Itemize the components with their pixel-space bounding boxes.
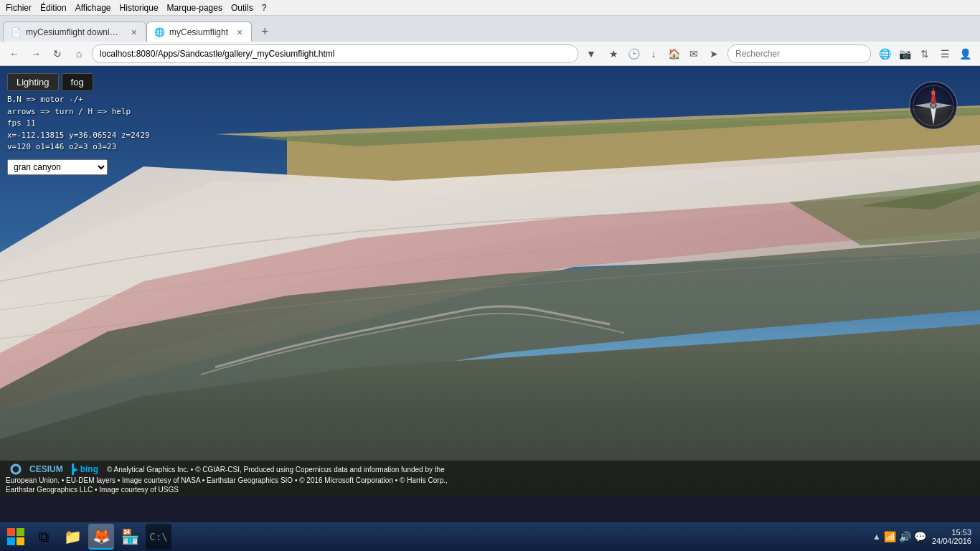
profile-icon[interactable]: 👤 — [956, 44, 974, 63]
taskbar-firefox[interactable]: 🦊 — [88, 524, 114, 550]
menu-outils[interactable]: Outils — [231, 3, 253, 13]
credits: CESIUM bing © Analytical Graphics Inc. •… — [0, 461, 980, 496]
credits-line-2: European Union. • EU-DEM layers • Image … — [6, 476, 974, 484]
credits-line-3: Earthstar Geographics LLC • Image courte… — [6, 486, 974, 494]
screenshot-icon[interactable]: 📷 — [895, 44, 914, 63]
svg-text:N: N — [931, 90, 936, 96]
menu-help[interactable]: ? — [262, 3, 267, 13]
home2-icon[interactable]: 🏠 — [664, 44, 683, 63]
tab-2[interactable]: 🌐 myCesiumflight × — [146, 22, 252, 42]
history-icon[interactable]: 🕑 — [624, 44, 643, 63]
download-icon[interactable]: ↓ — [644, 44, 663, 63]
start-button[interactable] — [3, 524, 29, 550]
tray-network[interactable]: 📶 — [884, 531, 896, 542]
credits-text-2: European Union. • EU-DEM layers • Image … — [6, 476, 448, 484]
control-buttons: Lighting fog — [7, 73, 150, 91]
info-line-3: x=-112.13815 y=36.06524 z=2429 — [7, 130, 150, 142]
tray-speaker[interactable]: 🔊 — [899, 531, 911, 542]
tab-1[interactable]: 📄 myCesiumflight download... × — [3, 22, 146, 42]
taskbar-taskview[interactable]: ⧉ — [31, 524, 57, 550]
info-line-4: v=120 o1=146 o2=3 o3=23 — [7, 141, 150, 154]
tray-notifications[interactable]: 💬 — [914, 531, 926, 542]
menu-historique[interactable]: Historique — [120, 3, 159, 13]
credits-line-1: CESIUM bing © Analytical Graphics Inc. •… — [6, 463, 974, 475]
clock-date: 24/04/2016 — [932, 537, 971, 545]
overlay-controls: Lighting fog B,N => motor -/+ arrows => … — [7, 73, 150, 175]
back-button[interactable]: ← — [6, 45, 23, 62]
taskbar-clock[interactable]: 15:53 24/04/2016 — [932, 528, 971, 545]
tab-2-favicon: 🌐 — [154, 27, 165, 37]
taskbar: ⧉ 📁 🦊 🏪 C:\ ▲ 📶 🔊 💬 15:53 24/04/2016 — [0, 522, 980, 551]
sync-icon[interactable]: ⇅ — [915, 44, 934, 63]
system-tray: ▲ 📶 🔊 💬 — [872, 531, 926, 542]
address-dropdown[interactable]: ▼ — [583, 45, 600, 62]
search-input[interactable] — [727, 44, 871, 63]
refresh-button[interactable]: ↻ — [49, 45, 66, 62]
address-input[interactable] — [92, 44, 578, 63]
taskbar-explorer[interactable]: 📁 — [60, 524, 85, 550]
translate-icon[interactable]: 🌐 — [875, 44, 894, 63]
windows-logo — [7, 528, 24, 545]
taskbar-right: ▲ 📶 🔊 💬 15:53 24/04/2016 — [872, 528, 977, 545]
info-text: B,N => motor -/+ arrows => turn / H => h… — [7, 94, 150, 154]
taskbar-store[interactable]: 🏪 — [117, 524, 143, 550]
lighting-button[interactable]: Lighting — [7, 73, 59, 91]
menu-marque-pages[interactable]: Marque-pages — [167, 3, 222, 13]
tab-1-label: myCesiumflight download... — [26, 27, 123, 37]
svg-point-16 — [931, 103, 936, 108]
tray-arrow[interactable]: ▲ — [872, 532, 881, 542]
tab-1-favicon: 📄 — [11, 27, 22, 37]
tab-2-close[interactable]: × — [235, 27, 244, 37]
credits-text-3: Earthstar Geographics LLC • Image courte… — [6, 486, 179, 494]
menu-icon[interactable]: ☰ — [936, 44, 954, 63]
forward-button[interactable]: → — [27, 45, 44, 62]
menu-affichage[interactable]: Affichage — [75, 3, 111, 13]
taskbar-terminal[interactable]: C:\ — [146, 524, 171, 550]
main-content: Lighting fog B,N => motor -/+ arrows => … — [0, 66, 980, 496]
credits-text-1: © Analytical Graphics Inc. • © CGIAR-CSI… — [107, 466, 445, 474]
tab-1-close[interactable]: × — [130, 27, 138, 37]
location-select[interactable]: gran canyon yosemite mount everest grand… — [7, 159, 108, 175]
tabbar: 📄 myCesiumflight download... × 🌐 myCesiu… — [0, 16, 980, 42]
tab-2-label: myCesiumflight — [169, 27, 228, 37]
fog-button[interactable]: fog — [62, 73, 93, 91]
info-line-0: B,N => motor -/+ — [7, 94, 150, 106]
extra-icons: 🌐 📷 ⇅ ☰ 👤 — [875, 44, 974, 63]
svg-rect-19 — [72, 463, 74, 475]
home-button[interactable]: ⌂ — [70, 45, 88, 62]
addressbar: ← → ↻ ⌂ ▼ ★ 🕑 ↓ 🏠 ✉ ➤ 🌐 📷 ⇅ ☰ 👤 — [0, 42, 980, 66]
menu-edition[interactable]: Édition — [40, 3, 67, 13]
menu-fichier[interactable]: Fichier — [6, 3, 32, 13]
clock-time: 15:53 — [951, 528, 971, 537]
menubar: Fichier Édition Affichage Historique Mar… — [0, 0, 980, 16]
compass: N — [908, 80, 958, 131]
info-line-2: fps 11 — [7, 118, 150, 130]
info-line-1: arrows => turn / H => help — [7, 106, 150, 118]
share-icon[interactable]: ➤ — [705, 44, 723, 63]
toolbar-icons: ★ 🕑 ↓ 🏠 ✉ ➤ — [604, 44, 723, 63]
new-tab-button[interactable]: + — [255, 22, 275, 42]
mail-icon[interactable]: ✉ — [684, 44, 703, 63]
bookmark-icon[interactable]: ★ — [604, 44, 623, 63]
